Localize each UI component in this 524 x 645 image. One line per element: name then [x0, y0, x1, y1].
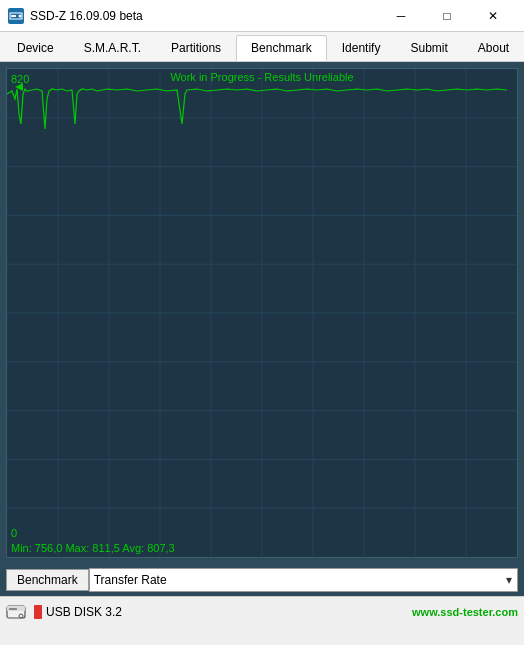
- close-button[interactable]: ✕: [470, 0, 516, 32]
- svg-rect-26: [9, 608, 17, 610]
- main-content: 820 Work in Progress - Results Unreliabl…: [0, 62, 524, 596]
- svg-rect-3: [11, 15, 16, 17]
- menu-item-device[interactable]: Device: [2, 35, 69, 61]
- svg-point-2: [19, 14, 22, 17]
- menu-item-submit[interactable]: Submit: [395, 35, 462, 61]
- bottom-controls: Benchmark Transfer Rate IOPS Access Time: [0, 564, 524, 596]
- transfer-rate-select-wrapper: Transfer Rate IOPS Access Time: [89, 568, 518, 592]
- menu-item-about[interactable]: About: [463, 35, 524, 61]
- chart-stats-text: Min: 756,0 Max: 811,5 Avg: 807,3: [11, 542, 175, 554]
- chart-max-label: 820: [11, 73, 29, 85]
- menu-item-smart[interactable]: S.M.A.R.T.: [69, 35, 156, 61]
- chart-status-text: Work in Progress - Results Unreliable: [170, 71, 353, 83]
- maximize-button[interactable]: □: [424, 0, 470, 32]
- title-bar-controls: ─ □ ✕: [378, 0, 516, 32]
- chart-container: 820 Work in Progress - Results Unreliabl…: [6, 68, 518, 558]
- disk-label: USB DISK 3.2: [34, 605, 122, 619]
- menu-item-partitions[interactable]: Partitions: [156, 35, 236, 61]
- app-icon: [8, 8, 24, 24]
- chart-type-select[interactable]: Transfer Rate IOPS Access Time: [89, 568, 518, 592]
- title-bar: SSD-Z 16.09.09 beta ─ □ ✕: [0, 0, 524, 32]
- minimize-button[interactable]: ─: [378, 0, 424, 32]
- disk-name: USB DISK 3.2: [46, 605, 122, 619]
- title-bar-left: SSD-Z 16.09.09 beta: [8, 8, 143, 24]
- menu-item-benchmark[interactable]: Benchmark: [236, 35, 327, 61]
- chart-min-label: 0: [11, 527, 17, 539]
- title-bar-title: SSD-Z 16.09.09 beta: [30, 9, 143, 23]
- menu-bar: DeviceS.M.A.R.T.PartitionsBenchmarkIdent…: [0, 32, 524, 62]
- disk-color-indicator: [34, 605, 42, 619]
- menu-item-identify[interactable]: Identify: [327, 35, 396, 61]
- status-bar: USB DISK 3.2 www.ssd-tester.com: [0, 596, 524, 626]
- status-url: www.ssd-tester.com: [412, 606, 518, 618]
- benchmark-button[interactable]: Benchmark: [6, 569, 89, 591]
- drive-icon: [6, 602, 26, 622]
